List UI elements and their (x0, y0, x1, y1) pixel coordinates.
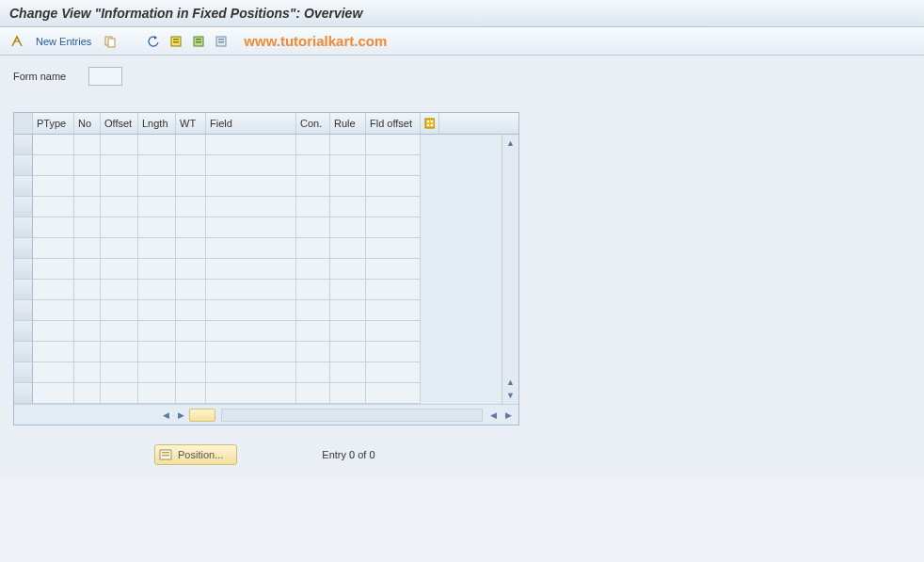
grid-cell[interactable] (176, 280, 206, 300)
hscroll-track[interactable] (221, 409, 483, 422)
col-field[interactable]: Field (206, 113, 296, 134)
grid-cell[interactable] (138, 238, 176, 259)
grid-cell[interactable] (330, 176, 366, 197)
copy-icon[interactable] (101, 32, 119, 51)
grid-cell[interactable] (206, 217, 296, 238)
grid-cell[interactable] (366, 238, 421, 259)
grid-cell[interactable] (33, 342, 74, 362)
grid-cell[interactable] (101, 280, 138, 300)
grid-cell[interactable] (296, 238, 330, 259)
grid-cell[interactable] (101, 176, 138, 197)
grid-cell[interactable] (101, 135, 138, 155)
scroll-down-icon[interactable]: ▼ (504, 389, 518, 402)
grid-cell[interactable] (330, 155, 366, 176)
col-no[interactable]: No (74, 113, 101, 134)
grid-cell[interactable] (74, 321, 101, 342)
grid-cell[interactable] (330, 321, 366, 342)
col-wt[interactable]: WT (176, 113, 206, 134)
grid-cell[interactable] (138, 342, 176, 362)
grid-cell[interactable] (366, 383, 421, 404)
position-button[interactable]: Position... (154, 444, 237, 465)
scroll-right2-icon[interactable]: ▶ (502, 409, 515, 422)
scroll-right-icon[interactable]: ▶ (174, 409, 187, 422)
grid-cell[interactable] (138, 300, 176, 321)
grid-cell[interactable] (206, 280, 296, 300)
grid-cell[interactable] (33, 280, 74, 300)
scroll-up2-icon[interactable]: ▲ (504, 376, 518, 389)
row-selector[interactable] (14, 238, 33, 259)
col-offset[interactable]: Offset (101, 113, 138, 134)
grid-cell[interactable] (330, 259, 366, 280)
grid-cell[interactable] (330, 300, 366, 321)
row-selector[interactable] (14, 176, 33, 197)
grid-cell[interactable] (101, 259, 138, 280)
grid-cell[interactable] (176, 238, 206, 259)
row-selector[interactable] (14, 217, 33, 238)
scroll-left2-icon[interactable]: ◀ (486, 409, 500, 422)
grid-cell[interactable] (206, 383, 296, 404)
grid-cell[interactable] (330, 238, 366, 259)
grid-cell[interactable] (366, 342, 421, 362)
grid-cell[interactable] (101, 300, 138, 321)
grid-cell[interactable] (33, 383, 74, 404)
grid-cell[interactable] (296, 280, 330, 300)
grid-cell[interactable] (74, 383, 101, 404)
undo-icon[interactable] (144, 32, 163, 51)
grid-cell[interactable] (33, 362, 74, 383)
grid-cell[interactable] (176, 259, 206, 280)
grid-cell[interactable] (176, 155, 206, 176)
grid-cell[interactable] (296, 300, 330, 321)
grid-cell[interactable] (138, 362, 176, 383)
row-selector[interactable] (14, 321, 33, 342)
scroll-up-icon[interactable]: ▲ (504, 136, 518, 150)
grid-cell[interactable] (138, 280, 176, 300)
grid-cell[interactable] (206, 155, 296, 176)
grid-cell[interactable] (138, 135, 176, 155)
grid-cell[interactable] (33, 259, 74, 280)
grid-cell[interactable] (366, 217, 421, 238)
grid-cell[interactable] (330, 383, 366, 404)
grid-cell[interactable] (138, 321, 176, 342)
grid-cell[interactable] (206, 135, 296, 155)
new-entries-button[interactable]: New Entries (30, 36, 97, 47)
grid-cell[interactable] (330, 280, 366, 300)
grid-cell[interactable] (176, 321, 206, 342)
col-con[interactable]: Con. (296, 113, 330, 134)
grid-cell[interactable] (138, 217, 176, 238)
grid-cell[interactable] (366, 259, 421, 280)
grid-cell[interactable] (74, 300, 101, 321)
grid-cell[interactable] (296, 197, 330, 217)
grid-cell[interactable] (138, 259, 176, 280)
grid-cell[interactable] (366, 321, 421, 342)
grid-cell[interactable] (296, 217, 330, 238)
grid-cell[interactable] (74, 197, 101, 217)
grid-cell[interactable] (296, 176, 330, 197)
grid-cell[interactable] (366, 176, 421, 197)
row-selector[interactable] (14, 259, 33, 280)
row-selector[interactable] (14, 342, 33, 362)
grid-cell[interactable] (330, 135, 366, 155)
grid-cell[interactable] (101, 155, 138, 176)
grid-cell[interactable] (206, 362, 296, 383)
col-rule[interactable]: Rule (330, 113, 366, 134)
grid-cell[interactable] (366, 300, 421, 321)
grid-cell[interactable] (176, 362, 206, 383)
grid-cell[interactable] (206, 238, 296, 259)
grid-cell[interactable] (101, 383, 138, 404)
grid-cell[interactable] (33, 135, 74, 155)
grid-cell[interactable] (206, 176, 296, 197)
grid-cell[interactable] (296, 342, 330, 362)
grid-cell[interactable] (138, 197, 176, 217)
grid-corner[interactable] (14, 113, 33, 134)
grid-cell[interactable] (101, 197, 138, 217)
grid-cell[interactable] (296, 362, 330, 383)
grid-cell[interactable] (101, 362, 138, 383)
grid-cell[interactable] (330, 362, 366, 383)
grid-cell[interactable] (330, 217, 366, 238)
select-all-icon[interactable] (167, 32, 185, 51)
row-selector[interactable] (14, 155, 33, 176)
grid-cell[interactable] (33, 155, 74, 176)
grid-cell[interactable] (74, 217, 101, 238)
grid-cell[interactable] (366, 197, 421, 217)
grid-cell[interactable] (74, 135, 101, 155)
